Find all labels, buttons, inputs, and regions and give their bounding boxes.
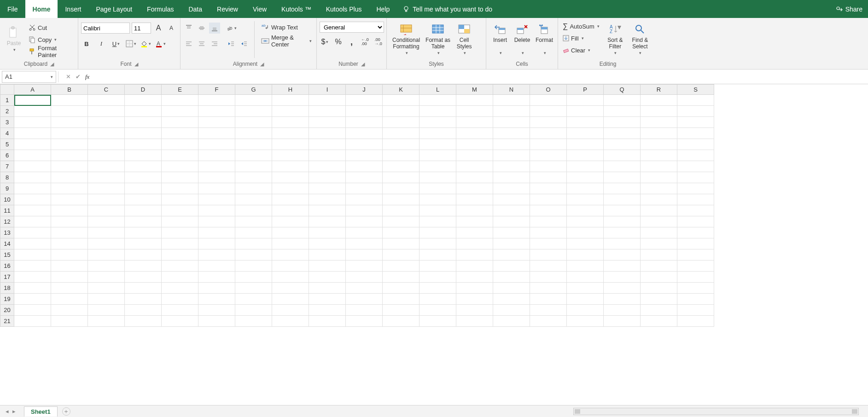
align-top-button[interactable] <box>183 23 194 34</box>
cell[interactable] <box>530 95 567 106</box>
cell[interactable] <box>641 249 677 261</box>
cell[interactable] <box>346 194 383 205</box>
cell[interactable] <box>530 117 567 128</box>
cell[interactable] <box>235 95 272 106</box>
cell[interactable] <box>346 161 383 172</box>
increase-decimal-button[interactable]: ←.0.00 <box>360 36 370 47</box>
comma-button[interactable]: , <box>346 36 357 47</box>
cell[interactable] <box>125 117 162 128</box>
wrap-text-button[interactable]: ab Wrap Text <box>259 22 314 33</box>
cell[interactable] <box>604 249 641 261</box>
cell[interactable] <box>456 227 493 238</box>
cell[interactable] <box>125 183 162 194</box>
cell[interactable] <box>235 316 272 327</box>
cell[interactable] <box>51 283 88 294</box>
cell[interactable] <box>14 172 51 183</box>
cell[interactable] <box>604 283 641 294</box>
cell[interactable] <box>88 227 125 238</box>
row-header[interactable]: 13 <box>0 227 14 238</box>
cell[interactable] <box>456 283 493 294</box>
cell[interactable] <box>272 172 309 183</box>
cell[interactable] <box>677 150 714 161</box>
cell[interactable] <box>309 172 346 183</box>
cell[interactable] <box>346 272 383 283</box>
cell[interactable] <box>162 95 198 106</box>
cell[interactable] <box>456 172 493 183</box>
cell[interactable] <box>641 139 677 150</box>
cell[interactable] <box>383 294 419 305</box>
paste-button[interactable]: Paste ▾ <box>3 20 25 59</box>
column-header[interactable]: P <box>567 85 604 95</box>
tab-file[interactable]: File <box>0 0 25 18</box>
cell[interactable] <box>125 261 162 272</box>
cell[interactable] <box>51 128 88 139</box>
cell[interactable] <box>51 172 88 183</box>
cell[interactable] <box>493 261 530 272</box>
cell[interactable] <box>162 183 198 194</box>
cell[interactable] <box>198 106 235 117</box>
cell[interactable] <box>383 106 419 117</box>
cell[interactable] <box>235 194 272 205</box>
cell[interactable] <box>235 150 272 161</box>
tab-view[interactable]: View <box>245 0 274 18</box>
cell[interactable] <box>346 294 383 305</box>
cell[interactable] <box>493 106 530 117</box>
cell[interactable] <box>419 106 456 117</box>
cell[interactable] <box>309 183 346 194</box>
cell[interactable] <box>198 216 235 227</box>
cell[interactable] <box>162 139 198 150</box>
cell[interactable] <box>198 272 235 283</box>
cell[interactable] <box>530 294 567 305</box>
cell[interactable] <box>567 95 604 106</box>
cell[interactable] <box>677 117 714 128</box>
cell[interactable] <box>530 305 567 316</box>
cell[interactable] <box>235 106 272 117</box>
column-header[interactable]: O <box>530 85 567 95</box>
cell[interactable] <box>14 194 51 205</box>
column-header[interactable]: B <box>51 85 88 95</box>
cell[interactable] <box>567 150 604 161</box>
cell[interactable] <box>456 238 493 249</box>
cell[interactable] <box>604 172 641 183</box>
cell[interactable] <box>272 150 309 161</box>
cell[interactable] <box>162 216 198 227</box>
cell[interactable] <box>493 272 530 283</box>
number-launcher[interactable]: ◢ <box>361 61 365 67</box>
cell[interactable] <box>235 227 272 238</box>
cell[interactable] <box>641 216 677 227</box>
cell[interactable] <box>309 139 346 150</box>
conditional-formatting-button[interactable]: ≠ Conditional Formatting▾ <box>390 20 423 59</box>
sheet-nav-last[interactable]: ▸ <box>12 408 16 415</box>
cell[interactable] <box>419 172 456 183</box>
cell[interactable] <box>235 139 272 150</box>
cell[interactable] <box>14 305 51 316</box>
cell[interactable] <box>530 194 567 205</box>
cell[interactable] <box>456 117 493 128</box>
cell[interactable] <box>383 227 419 238</box>
cell[interactable] <box>198 183 235 194</box>
cell[interactable] <box>14 249 51 261</box>
cell[interactable] <box>235 205 272 216</box>
cell[interactable] <box>272 305 309 316</box>
row-header[interactable]: 10 <box>0 194 14 205</box>
cell[interactable] <box>493 316 530 327</box>
cell[interactable] <box>125 194 162 205</box>
cell[interactable] <box>383 117 419 128</box>
cell[interactable] <box>604 216 641 227</box>
tab-formulas[interactable]: Formulas <box>140 0 181 18</box>
cell[interactable] <box>272 95 309 106</box>
cell[interactable] <box>235 161 272 172</box>
format-as-table-button[interactable]: Format as Table▾ <box>423 20 453 59</box>
cell[interactable] <box>14 106 51 117</box>
new-sheet-button[interactable]: ＋ <box>62 407 70 416</box>
cell[interactable] <box>51 150 88 161</box>
cell[interactable] <box>419 283 456 294</box>
cell[interactable] <box>51 249 88 261</box>
row-header[interactable]: 17 <box>0 272 14 283</box>
cell[interactable] <box>456 261 493 272</box>
clipboard-launcher[interactable]: ◢ <box>50 61 54 67</box>
cell[interactable] <box>567 117 604 128</box>
column-header[interactable]: H <box>272 85 309 95</box>
cell[interactable] <box>272 128 309 139</box>
cell[interactable] <box>419 305 456 316</box>
